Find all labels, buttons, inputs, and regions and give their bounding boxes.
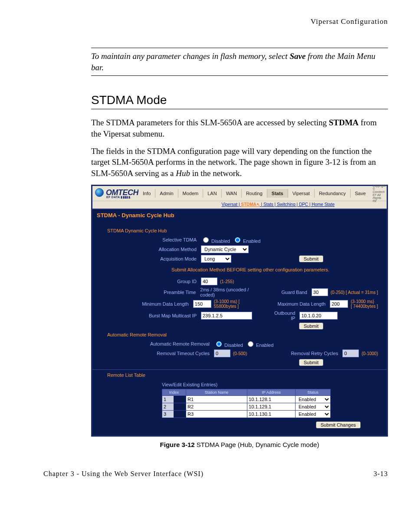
tab-routing[interactable]: Routing [242, 189, 267, 198]
submit-button-2[interactable]: Submit [299, 323, 323, 330]
status-select[interactable]: Enabled [296, 403, 330, 410]
subnav-stdma[interactable]: STDMA↖ [241, 202, 260, 207]
station-name-input[interactable] [186, 403, 247, 410]
selective-enabled-radio[interactable]: Enabled [233, 236, 260, 244]
section-title: STDMA Mode [91, 93, 388, 109]
group3-title: Remote List Table [107, 372, 378, 378]
para2-b: in the network. [190, 169, 242, 178]
station-name-input[interactable] [186, 396, 247, 403]
logo-subtext: EF DATA ▮▮▮▮▮. [106, 196, 138, 199]
panel-title: STDMA - Dynamic Cycle Hub [92, 209, 387, 224]
max-data-length-label: Maximum Data Length [278, 301, 328, 307]
group1-title: STDMA Dynamic Cycle Hub [107, 228, 378, 233]
acquisition-mode-label: Acquisition Mode [123, 256, 198, 261]
status-select[interactable]: Enabled [296, 396, 330, 403]
removal-retry-hint: (0-1000) [361, 351, 378, 356]
para1-a: The STDMA parameters for this SLM-5650A … [91, 118, 329, 127]
running-header: Vipersat Configuration [43, 17, 388, 26]
tab-info[interactable]: Info [138, 189, 155, 198]
subnav-dpc[interactable]: DPC [299, 202, 308, 207]
tab-redundancy[interactable]: Redundancy [315, 189, 351, 198]
figure-screenshot: OMTECH EF DATA ▮▮▮▮▮. InfoAdminModemLANW… [91, 185, 388, 437]
max-data-length-hint1: (3-1000 ms) [351, 299, 378, 304]
ip-address-input[interactable] [247, 403, 295, 410]
group-id-label: Group ID [123, 279, 198, 284]
table-title: View/Edit Existing Entries) [162, 382, 378, 387]
caption-bold: Figure 3-12 [160, 441, 195, 448]
min-data-length-input[interactable] [193, 300, 211, 308]
preamble-value: 2ms / 38ms (uncoded / coded) [200, 287, 264, 297]
tab-stats[interactable]: Stats [267, 189, 288, 198]
removal-retry-label: Removal Retry Cycles [291, 351, 340, 356]
note-bold: Save [289, 52, 306, 61]
top-tabs: InfoAdminModemLANWANRoutingStatsVipersat… [138, 189, 370, 198]
tab-modem[interactable]: Modem [178, 189, 204, 198]
col-ip-address: IP Address [247, 389, 296, 396]
note-pre: To maintain any parameter changes in fla… [91, 52, 289, 61]
para-1: The STDMA parameters for this SLM-5650A … [91, 117, 388, 139]
para1-bold: STDMA [329, 118, 359, 127]
col-index: Index [162, 389, 186, 396]
max-data-length-input[interactable] [330, 300, 348, 308]
guard-band-input[interactable] [312, 288, 328, 296]
selective-tdma-label: Selective TDMA [123, 237, 198, 242]
group2-title: Automatic Remote Removal [107, 332, 378, 337]
outbound-ip-label: Outbound IP [269, 310, 297, 321]
col-status: Status [296, 389, 331, 396]
arr-label: Automatic Remote Removal [123, 341, 211, 346]
col-station-name: Station Name [186, 389, 247, 396]
burst-ip-input[interactable] [201, 312, 252, 320]
submit-button-1[interactable]: Submit [299, 255, 323, 262]
table-row: Enabled [162, 396, 331, 403]
subnav-switching[interactable]: Switching [277, 202, 296, 207]
arr-enabled-radio[interactable]: Enabled [246, 340, 273, 348]
tab-admin[interactable]: Admin [155, 189, 178, 198]
group-id-hint: (1-255) [220, 279, 234, 284]
submit-changes-button[interactable]: Submit Changes [316, 421, 361, 428]
row-index [162, 411, 174, 418]
status-select[interactable]: Enabled [296, 411, 330, 418]
min-data-length-hint: (3-1000 ms) [ 55800bytes ] [214, 299, 260, 309]
subnav-vipersat[interactable]: Vipersat [222, 202, 238, 207]
removal-timeout-label: Removal Timeout Cycles [123, 351, 211, 356]
acquisition-mode-select[interactable]: Long [201, 255, 231, 263]
tab-save[interactable]: Save [351, 189, 370, 198]
arr-enabled-text: Enabled [256, 343, 273, 348]
table-row: Enabled [162, 411, 331, 418]
removal-timeout-input [214, 349, 230, 357]
submit-button-3[interactable]: Submit [299, 359, 323, 366]
copyright-text: Copyright © Comtech EF All Rights Re [373, 184, 386, 202]
subnav: Vipersat | STDMA↖ | Stats | Switching | … [92, 201, 387, 209]
allocation-method-select[interactable]: Dynamic Cycle [201, 245, 249, 253]
min-data-length-label: Minimum Data Length [123, 301, 191, 307]
tab-wan[interactable]: WAN [222, 189, 242, 198]
outbound-ip-input[interactable] [299, 312, 338, 320]
removal-timeout-hint: (0-500) [233, 351, 247, 356]
remote-list-table: IndexStation NameIP AddressStatus Enable… [162, 389, 331, 418]
guard-band-label: Guard Band [281, 290, 309, 295]
row-index [162, 396, 174, 403]
footer-right: 3-13 [374, 470, 388, 478]
selective-disabled-radio[interactable]: Disabled [201, 236, 230, 244]
tab-vipersat[interactable]: Vipersat [288, 189, 315, 198]
arr-disabled-text: Disabled [224, 343, 243, 348]
station-name-input[interactable] [186, 411, 247, 418]
save-note: To maintain any parameter changes in fla… [91, 48, 388, 76]
row-index [162, 403, 174, 410]
para2-em: Hub [176, 169, 190, 178]
group-id-input[interactable] [201, 277, 217, 285]
warning-text: Submit Allocation Method BEFORE setting … [123, 267, 378, 272]
tab-lan[interactable]: LAN [203, 189, 221, 198]
max-data-length-hint2: [ 74400bytes ] [351, 304, 378, 309]
subnav-home-state[interactable]: Home State [312, 202, 335, 207]
globe-icon [95, 188, 104, 197]
allocation-method-label: Allocation Method [123, 247, 198, 252]
topbar: OMTECH EF DATA ▮▮▮▮▮. InfoAdminModemLANW… [92, 186, 387, 201]
ip-address-input[interactable] [247, 396, 295, 403]
subnav-stats[interactable]: Stats [263, 202, 273, 207]
arr-disabled-radio[interactable]: Disabled [214, 340, 243, 348]
caption-rest: STDMA Page (Hub, Dynamic Cycle mode) [195, 441, 319, 448]
ip-address-input[interactable] [247, 411, 295, 418]
removal-retry-input [342, 349, 359, 357]
table-row: Enabled [162, 403, 331, 411]
